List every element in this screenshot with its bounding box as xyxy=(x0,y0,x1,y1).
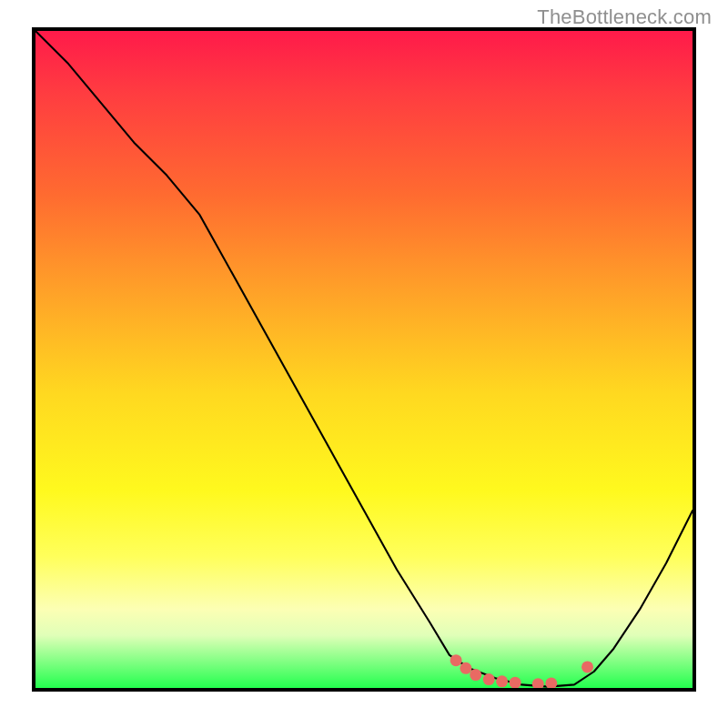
marker-point xyxy=(450,654,462,666)
marker-point xyxy=(545,677,557,688)
marker-point xyxy=(581,661,593,672)
plot-area xyxy=(32,27,696,692)
marker-point xyxy=(460,662,471,674)
marker-point xyxy=(510,677,521,688)
marker-point xyxy=(496,675,508,687)
watermark-text: TheBottleneck.com xyxy=(537,5,712,29)
chart-overlay xyxy=(35,31,693,688)
line-series-curve xyxy=(35,31,693,687)
marker-point xyxy=(483,673,495,685)
marker-point xyxy=(532,678,544,688)
chart-container: TheBottleneck.com xyxy=(0,0,728,728)
marker-series xyxy=(450,654,593,688)
marker-point xyxy=(470,669,481,681)
